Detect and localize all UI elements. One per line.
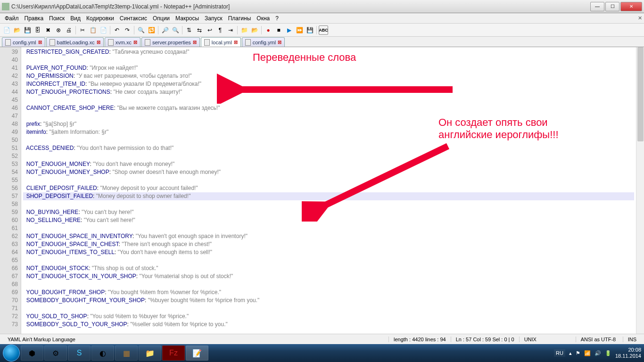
- tab-server-properties[interactable]: server.properties⊠: [141, 37, 200, 47]
- invisible-icon[interactable]: ¶: [215, 25, 225, 35]
- spellcheck-icon[interactable]: ABC: [319, 25, 328, 35]
- cut-icon[interactable]: ✂: [78, 25, 87, 35]
- close-file-icon[interactable]: ✖: [43, 25, 53, 35]
- undo-icon[interactable]: ↶: [112, 25, 122, 35]
- zoom-out-icon[interactable]: 🔍: [171, 25, 180, 35]
- file-icon: [245, 39, 251, 46]
- tray-battery-icon[interactable]: 🔋: [605, 350, 611, 356]
- tab-config-yml-2[interactable]: config.yml⊠: [242, 37, 285, 47]
- close-button[interactable]: ✕: [620, 2, 642, 11]
- sync-v-icon[interactable]: ⇅: [184, 25, 194, 35]
- taskbar-chrome[interactable]: ◐: [91, 346, 114, 361]
- menu-syntax[interactable]: Синтаксис: [117, 14, 150, 23]
- tab-bar: config.yml⊠ battleLoading.xc⊠ xvm.xc⊠ se…: [0, 37, 644, 47]
- menu-windows[interactable]: Окна: [254, 14, 272, 23]
- scroll-thumb[interactable]: [637, 47, 644, 141]
- clock[interactable]: 20:08 18.11.2014: [615, 347, 641, 359]
- status-encoding: ANSI as UTF-8: [576, 337, 623, 342]
- status-length: length : 4420 lines : 94: [388, 337, 451, 342]
- menu-bar: Файл Правка Поиск Вид Кодировки Синтакси…: [0, 13, 644, 24]
- close-all-icon[interactable]: ⊗: [54, 25, 63, 35]
- stop-macro-icon[interactable]: ■: [274, 25, 283, 35]
- close-icon[interactable]: ⊠: [38, 40, 42, 45]
- window-titlebar: C:\Users\Кирилл\AppData\Local\Temp\fz3te…: [0, 0, 644, 13]
- save-all-icon[interactable]: 🗄: [33, 25, 42, 35]
- windows-taskbar: ⬢ ⚙ S ◐ ▦ 📁 Fz 📝 RU ▴ ⚑ 📶 🔊 🔋 20:08 18.1…: [0, 344, 644, 362]
- wrap-icon[interactable]: ↩: [205, 25, 215, 35]
- system-tray: RU ▴ ⚑ 📶 🔊 🔋 20:08 18.11.2014: [554, 347, 641, 359]
- menu-search[interactable]: Поиск: [46, 14, 67, 23]
- menu-help[interactable]: ?: [272, 14, 281, 23]
- tray-action-center-icon[interactable]: ⚑: [576, 350, 580, 356]
- vertical-scrollbar[interactable]: ▲ ▼: [636, 47, 644, 354]
- language-indicator[interactable]: RU: [554, 349, 565, 357]
- close-icon[interactable]: ⊠: [97, 40, 100, 45]
- close-icon[interactable]: ⊠: [133, 40, 137, 45]
- window-title: C:\Users\Кирилл\AppData\Local\Temp\fz3te…: [11, 3, 589, 10]
- record-macro-icon[interactable]: ●: [264, 25, 273, 35]
- menu-file[interactable]: Файл: [2, 14, 22, 23]
- menu-encodings[interactable]: Кодировки: [83, 14, 117, 23]
- unfold-icon[interactable]: 📂: [250, 25, 259, 35]
- file-icon: [145, 39, 150, 46]
- file-icon: [204, 39, 210, 46]
- tray-volume-icon[interactable]: 🔊: [594, 350, 601, 356]
- file-icon: [108, 39, 114, 46]
- close-icon[interactable]: ⊠: [278, 40, 281, 45]
- file-icon: [50, 39, 55, 46]
- open-file-icon[interactable]: 📂: [12, 25, 22, 35]
- maximize-button[interactable]: ☐: [605, 2, 619, 11]
- play-macro-icon[interactable]: ▶: [284, 25, 294, 35]
- status-eol: UNIX: [519, 337, 576, 342]
- tray-arrow-icon[interactable]: ▴: [569, 350, 572, 356]
- save-icon[interactable]: 💾: [23, 25, 32, 35]
- save-macro-icon[interactable]: 💾: [305, 25, 314, 35]
- new-file-icon[interactable]: 📄: [2, 25, 11, 35]
- replace-icon[interactable]: 🔁: [147, 25, 156, 35]
- start-button[interactable]: [3, 345, 20, 362]
- taskbar-minecraft[interactable]: ▦: [115, 346, 138, 361]
- menu-edit[interactable]: Правка: [22, 14, 47, 23]
- code-area[interactable]: RESTRICTED_SIGN_CREATED: "Табличка успеш…: [21, 47, 636, 354]
- close-icon[interactable]: ⊠: [234, 40, 238, 45]
- status-insert-mode: INS: [623, 337, 641, 342]
- tab-battleloading[interactable]: battleLoading.xc⊠: [46, 37, 104, 47]
- status-bar: YAML Ain't Markup Language length : 4420…: [0, 334, 644, 344]
- tab-local-yml[interactable]: local.yml⊠: [201, 37, 241, 47]
- status-language: YAML Ain't Markup Language: [3, 337, 80, 342]
- menu-run[interactable]: Запуск: [202, 14, 225, 23]
- toolbar: 📄 📂 💾 🗄 ✖ ⊗ 🖨 ✂ 📋 📄 ↶ ↷ 🔍 🔁 🔎 🔍 ⇅ ⇆ ↩ ¶ …: [0, 24, 644, 37]
- tray-network-icon[interactable]: 📶: [584, 350, 591, 356]
- taskbar-app-1[interactable]: ⬢: [21, 346, 43, 361]
- app-icon: [2, 3, 9, 10]
- indent-icon[interactable]: ⇥: [226, 25, 235, 35]
- zoom-in-icon[interactable]: 🔎: [160, 25, 170, 35]
- editor[interactable]: 3940414243444546474849505152535455565758…: [0, 47, 644, 354]
- menu-plugins[interactable]: Плагины: [225, 14, 254, 23]
- line-number-gutter: 3940414243444546474849505152535455565758…: [0, 47, 21, 354]
- taskbar-filezilla[interactable]: Fz: [162, 346, 185, 361]
- multi-play-icon[interactable]: ⏩: [295, 25, 304, 35]
- menu-view[interactable]: Вид: [67, 14, 83, 23]
- print-icon[interactable]: 🖨: [64, 25, 74, 35]
- tab-config-yml-1[interactable]: config.yml⊠: [2, 37, 45, 47]
- taskbar-steam[interactable]: ⚙: [44, 346, 67, 361]
- menu-options[interactable]: Опции: [150, 14, 173, 23]
- taskbar-skype[interactable]: S: [68, 346, 91, 361]
- status-position: Ln : 57 Col : 59 Sel : 0 | 0: [451, 337, 519, 342]
- paste-icon[interactable]: 📄: [99, 25, 108, 35]
- find-icon[interactable]: 🔍: [136, 25, 146, 35]
- menu-close-x[interactable]: ✕: [638, 15, 642, 21]
- sync-h-icon[interactable]: ⇆: [195, 25, 204, 35]
- minimize-button[interactable]: —: [590, 2, 604, 11]
- taskbar-explorer[interactable]: 📁: [139, 346, 161, 361]
- tab-xvm-xc[interactable]: xvm.xc⊠: [105, 37, 140, 47]
- redo-icon[interactable]: ↷: [123, 25, 132, 35]
- file-icon: [5, 39, 11, 46]
- fold-icon[interactable]: 📁: [239, 25, 249, 35]
- close-icon[interactable]: ⊠: [193, 40, 197, 45]
- taskbar-notepadpp[interactable]: 📝: [186, 346, 208, 361]
- menu-macros[interactable]: Макросы: [173, 14, 202, 23]
- copy-icon[interactable]: 📋: [88, 25, 98, 35]
